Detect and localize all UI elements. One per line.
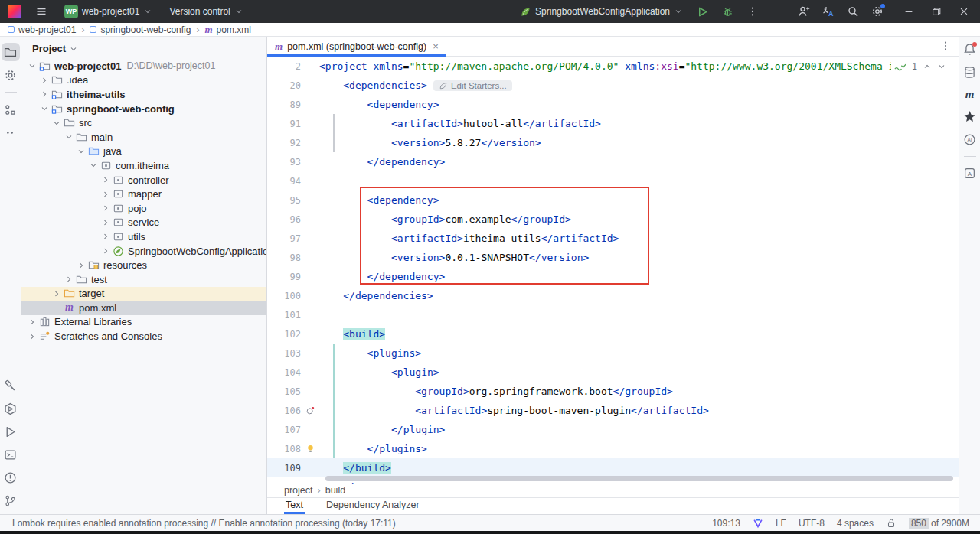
- tab-list-button[interactable]: [940, 41, 951, 51]
- edit-starters-inlay[interactable]: Edit Starters...: [433, 80, 512, 91]
- breadcrumb-build[interactable]: build: [325, 485, 345, 496]
- tree-item-pom-xml[interactable]: mpom.xml: [21, 301, 266, 315]
- tree-chevron-icon[interactable]: [63, 131, 75, 143]
- tree-chevron-icon[interactable]: [38, 88, 51, 100]
- vcs-widget-button[interactable]: Version control: [166, 4, 246, 19]
- code-line-98[interactable]: 98<version>0.0.1-SNAPSHOT</version>: [267, 248, 959, 267]
- tree-item-itheima-utils[interactable]: itheima-utils: [21, 87, 266, 102]
- maven-goal-icon[interactable]: [305, 405, 315, 415]
- tree-chevron-icon[interactable]: [26, 60, 38, 72]
- tab-close-icon[interactable]: ×: [433, 41, 439, 51]
- indent-setting[interactable]: 4 spaces: [837, 518, 874, 529]
- tree-item-test[interactable]: test: [21, 272, 266, 287]
- code-line-89[interactable]: 89<dependency>: [267, 95, 959, 114]
- project-tool-button[interactable]: [2, 43, 20, 61]
- line-separator[interactable]: LF: [776, 518, 786, 529]
- services-tool-button[interactable]: [2, 399, 20, 418]
- next-problem-icon[interactable]: [937, 62, 946, 71]
- breadcrumb-item-file[interactable]: pom.xml: [217, 24, 251, 35]
- search-everywhere-button[interactable]: [847, 5, 859, 18]
- tree-item-pojo[interactable]: pojo: [21, 201, 266, 216]
- code-line-109[interactable]: 109</build>: [267, 458, 959, 477]
- tree-chevron-icon[interactable]: [100, 245, 112, 257]
- code-line-102[interactable]: 102<build>: [267, 324, 959, 344]
- more-tool-windows-button[interactable]: [2, 123, 20, 142]
- git-tool-button[interactable]: [2, 491, 20, 510]
- tree-item-service[interactable]: service: [21, 216, 266, 230]
- code-line-2[interactable]: 2<project xmlns="http://maven.apache.org…: [267, 57, 959, 76]
- ai-assistant-button[interactable]: AI: [963, 133, 976, 146]
- run-button[interactable]: [694, 4, 711, 20]
- tree-item-web-project01[interactable]: web-project01D:\DD\web-project01: [21, 59, 266, 73]
- notifications-button[interactable]: [963, 43, 976, 56]
- run-tool-button[interactable]: [2, 422, 20, 441]
- tree-item-external-libraries[interactable]: External Libraries: [21, 315, 266, 330]
- editor-tab-pom-xml[interactable]: m pom.xml (springboot-web-config) ×: [267, 37, 446, 56]
- settings-button[interactable]: [871, 5, 884, 18]
- maven-tool-button[interactable]: m: [965, 89, 975, 100]
- code-line-95[interactable]: 95<dependency>: [267, 190, 959, 210]
- project-panel-header[interactable]: Project: [21, 37, 266, 59]
- tree-chevron-icon[interactable]: [100, 188, 112, 200]
- main-menu-button[interactable]: [32, 3, 51, 20]
- tree-item-springbootwebconfigapplication[interactable]: SpringbootWebConfigApplication: [21, 244, 266, 259]
- tree-chevron-icon[interactable]: [51, 288, 63, 300]
- tree-chevron-icon[interactable]: [38, 74, 51, 86]
- code-line-92[interactable]: 92<version>5.8.27</version>: [267, 133, 959, 152]
- code-line-108[interactable]: 108</plugins>: [267, 439, 959, 458]
- build-tool-button[interactable]: [2, 376, 20, 395]
- code-line-97[interactable]: 97<artifactId>itheima-utils</artifactId>: [267, 229, 959, 248]
- translate-button[interactable]: A: [822, 5, 835, 18]
- tree-chevron-icon[interactable]: [100, 202, 112, 214]
- maven-settings-tool-button[interactable]: [2, 66, 20, 84]
- code-line-93[interactable]: 93</dependency>: [267, 152, 959, 171]
- tree-item--idea[interactable]: .idea: [21, 73, 266, 88]
- tree-chevron-icon[interactable]: [100, 217, 112, 229]
- code-line-99[interactable]: 99</dependency>: [267, 267, 959, 286]
- code-line-106[interactable]: 106<artifactId>spring-boot-maven-plugin<…: [267, 401, 959, 420]
- tree-chevron-icon[interactable]: [26, 330, 38, 343]
- memory-indicator[interactable]: 850 of 2900M: [909, 518, 969, 529]
- code-line-105[interactable]: 105<groupId>org.springframework.boot</gr…: [267, 382, 959, 401]
- tree-item-target[interactable]: target: [21, 287, 266, 301]
- terminal-tool-button[interactable]: [2, 445, 20, 464]
- database-tool-button[interactable]: [963, 66, 976, 79]
- tree-chevron-icon[interactable]: [63, 273, 75, 285]
- tab-text[interactable]: Text: [284, 500, 305, 514]
- tree-item-main[interactable]: main: [21, 130, 266, 145]
- tree-item-com-itheima[interactable]: com.itheima: [21, 158, 266, 173]
- tree-chevron-icon[interactable]: [100, 230, 112, 243]
- code-line-91[interactable]: 91<artifactId>hutool-all</artifactId>: [267, 114, 959, 133]
- project-widget-button[interactable]: WP web-project01: [61, 2, 155, 21]
- breadcrumb-item-project[interactable]: web-project01: [18, 24, 76, 35]
- readonly-lock-icon[interactable]: [886, 518, 897, 529]
- status-message[interactable]: Lombok requires enabled annotation proce…: [12, 518, 396, 529]
- intention-bulb-icon[interactable]: [305, 444, 315, 454]
- plugin-star-button[interactable]: [963, 110, 976, 123]
- code-line-20[interactable]: 20<dependencies>Edit Starters...: [267, 76, 959, 95]
- more-actions-button[interactable]: [744, 4, 761, 19]
- code-line-101[interactable]: 101: [267, 305, 959, 324]
- tree-item-scratches-and-consoles[interactable]: Scratches and Consoles: [21, 329, 266, 344]
- tree-chevron-icon[interactable]: [100, 174, 112, 186]
- tree-chevron-icon[interactable]: [26, 316, 38, 328]
- tree-item-controller[interactable]: controller: [21, 173, 266, 187]
- tree-chevron-icon[interactable]: [75, 259, 87, 272]
- minimize-button[interactable]: [903, 6, 914, 17]
- file-encoding[interactable]: UTF-8: [799, 518, 825, 529]
- code-line-100[interactable]: 100</dependencies>: [267, 286, 959, 305]
- tree-chevron-icon[interactable]: [38, 103, 51, 115]
- tree-chevron-icon[interactable]: [87, 159, 100, 171]
- caret-position[interactable]: 109:13: [712, 518, 740, 529]
- code-line-103[interactable]: 103<plugins>: [267, 344, 959, 363]
- inspections-widget[interactable]: 1: [891, 60, 949, 73]
- tree-item-springboot-web-config[interactable]: springboot-web-config: [21, 102, 266, 116]
- tree-item-resources[interactable]: resources: [21, 258, 266, 272]
- code-with-me-button[interactable]: [798, 5, 810, 18]
- tree-item-src[interactable]: src: [21, 116, 266, 130]
- tree-chevron-icon[interactable]: [51, 117, 63, 129]
- plugin-v-icon[interactable]: [753, 518, 763, 529]
- problems-tool-button[interactable]: [2, 468, 20, 487]
- tree-item-utils[interactable]: utils: [21, 230, 266, 244]
- restore-button[interactable]: [931, 6, 942, 17]
